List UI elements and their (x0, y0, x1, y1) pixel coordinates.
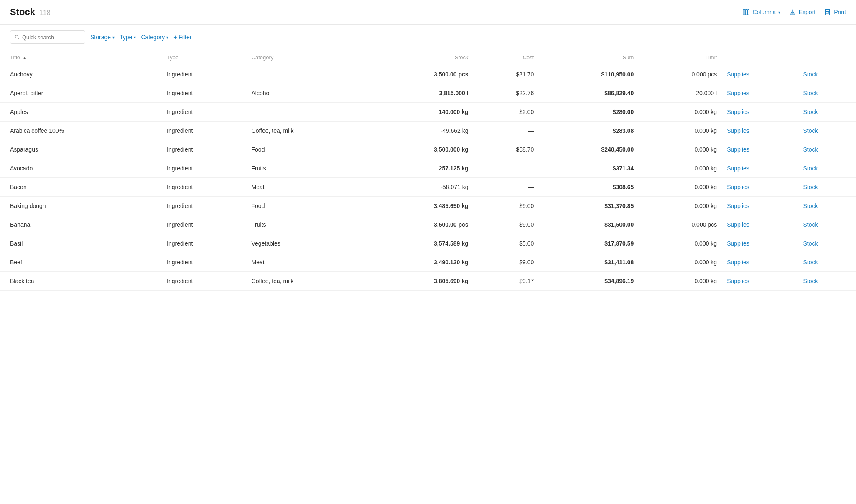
print-icon (824, 8, 831, 16)
type-chevron: ▾ (134, 35, 136, 40)
cell-type: Ingredient (162, 140, 246, 159)
supplies-link[interactable]: Supplies (722, 103, 798, 122)
supplies-link[interactable]: Supplies (722, 178, 798, 197)
col-header-type: Type (162, 50, 246, 65)
cell-stock: 3,574.589 kg (369, 234, 474, 253)
cell-sum: $283.08 (539, 122, 639, 140)
cell-title: Avocado (0, 159, 162, 178)
cell-category: Vegetables (247, 234, 369, 253)
columns-button[interactable]: Columns ▾ (742, 8, 780, 16)
table-row: Asparagus Ingredient Food 3,500.000 kg $… (0, 140, 856, 159)
stock-link[interactable]: Stock (798, 159, 856, 178)
stock-link[interactable]: Stock (798, 122, 856, 140)
cell-type: Ingredient (162, 253, 246, 272)
col-header-title[interactable]: Title ▲ (0, 50, 162, 65)
cell-title: Beef (0, 253, 162, 272)
cell-cost: $9.00 (474, 215, 539, 234)
type-filter-button[interactable]: Type ▾ (120, 34, 136, 41)
cell-limit: 0.000 kg (639, 140, 722, 159)
cell-cost: $68.70 (474, 140, 539, 159)
stock-link[interactable]: Stock (798, 84, 856, 103)
supplies-link[interactable]: Supplies (722, 65, 798, 84)
table-row: Arabica coffee 100% Ingredient Coffee, t… (0, 122, 856, 140)
svg-rect-0 (743, 10, 745, 15)
storage-chevron: ▾ (112, 35, 115, 40)
cell-category: Alcohol (247, 84, 369, 103)
export-button[interactable]: Export (789, 8, 815, 16)
page-title: Stock (10, 7, 35, 18)
stock-link[interactable]: Stock (798, 65, 856, 84)
cell-category: Food (247, 140, 369, 159)
stock-link[interactable]: Stock (798, 178, 856, 197)
cell-type: Ingredient (162, 159, 246, 178)
supplies-link[interactable]: Supplies (722, 140, 798, 159)
supplies-link[interactable]: Supplies (722, 84, 798, 103)
header-actions: Columns ▾ Export Print (742, 8, 846, 16)
cell-category: Coffee, tea, milk (247, 272, 369, 291)
table-row: Basil Ingredient Vegetables 3,574.589 kg… (0, 234, 856, 253)
cell-type: Ingredient (162, 122, 246, 140)
cell-type: Ingredient (162, 65, 246, 84)
print-label: Print (834, 9, 846, 15)
stock-table: Title ▲ Type Category Stock Cost Sum (0, 50, 856, 291)
cell-sum: $240,450.00 (539, 140, 639, 159)
col-header-actions-1 (722, 50, 798, 65)
cell-stock: 3,485.650 kg (369, 197, 474, 215)
supplies-link[interactable]: Supplies (722, 215, 798, 234)
stock-link[interactable]: Stock (798, 272, 856, 291)
cell-cost: $22.76 (474, 84, 539, 103)
header-left: Stock 118 (10, 7, 51, 18)
cell-limit: 0.000 kg (639, 253, 722, 272)
supplies-link[interactable]: Supplies (722, 253, 798, 272)
cell-limit: 0.000 kg (639, 234, 722, 253)
table-row: Apples Ingredient 140.000 kg $2.00 $280.… (0, 103, 856, 122)
cell-title: Banana (0, 215, 162, 234)
columns-label: Columns (752, 9, 775, 15)
cell-category: Meat (247, 253, 369, 272)
export-label: Export (799, 9, 815, 15)
table-row: Bacon Ingredient Meat -58.071 kg — $308.… (0, 178, 856, 197)
cell-stock: -58.071 kg (369, 178, 474, 197)
category-filter-button[interactable]: Category ▾ (141, 34, 168, 41)
cell-sum: $34,896.19 (539, 272, 639, 291)
stock-link[interactable]: Stock (798, 215, 856, 234)
search-box[interactable] (10, 30, 85, 44)
cell-limit: 0.000 pcs (639, 215, 722, 234)
stock-link[interactable]: Stock (798, 140, 856, 159)
cell-limit: 0.000 kg (639, 272, 722, 291)
cell-cost: $31.70 (474, 65, 539, 84)
svg-rect-1 (746, 10, 748, 15)
cell-title: Apples (0, 103, 162, 122)
cell-stock: 3,500.00 pcs (369, 215, 474, 234)
table-row: Anchovy Ingredient 3,500.00 pcs $31.70 $… (0, 65, 856, 84)
cell-sum: $371.34 (539, 159, 639, 178)
cell-category: Coffee, tea, milk (247, 122, 369, 140)
supplies-link[interactable]: Supplies (722, 197, 798, 215)
stock-link[interactable]: Stock (798, 253, 856, 272)
cell-type: Ingredient (162, 103, 246, 122)
stock-link[interactable]: Stock (798, 234, 856, 253)
supplies-link[interactable]: Supplies (722, 272, 798, 291)
svg-rect-2 (748, 10, 749, 15)
cell-type: Ingredient (162, 84, 246, 103)
print-button[interactable]: Print (824, 8, 846, 16)
col-header-sum: Sum (539, 50, 639, 65)
category-filter-label: Category (141, 34, 165, 41)
supplies-link[interactable]: Supplies (722, 234, 798, 253)
cell-cost: $9.17 (474, 272, 539, 291)
stock-link[interactable]: Stock (798, 103, 856, 122)
search-input[interactable] (22, 34, 81, 41)
supplies-link[interactable]: Supplies (722, 159, 798, 178)
cell-cost: $5.00 (474, 234, 539, 253)
cell-limit: 0.000 kg (639, 178, 722, 197)
category-chevron: ▾ (166, 35, 168, 40)
cell-type: Ingredient (162, 272, 246, 291)
supplies-link[interactable]: Supplies (722, 122, 798, 140)
storage-filter-button[interactable]: Storage ▾ (90, 34, 115, 41)
cell-limit: 0.000 kg (639, 103, 722, 122)
col-header-actions-2 (798, 50, 856, 65)
cell-category (247, 65, 369, 84)
add-filter-button[interactable]: + Filter (173, 34, 191, 41)
cell-cost: $2.00 (474, 103, 539, 122)
stock-link[interactable]: Stock (798, 197, 856, 215)
